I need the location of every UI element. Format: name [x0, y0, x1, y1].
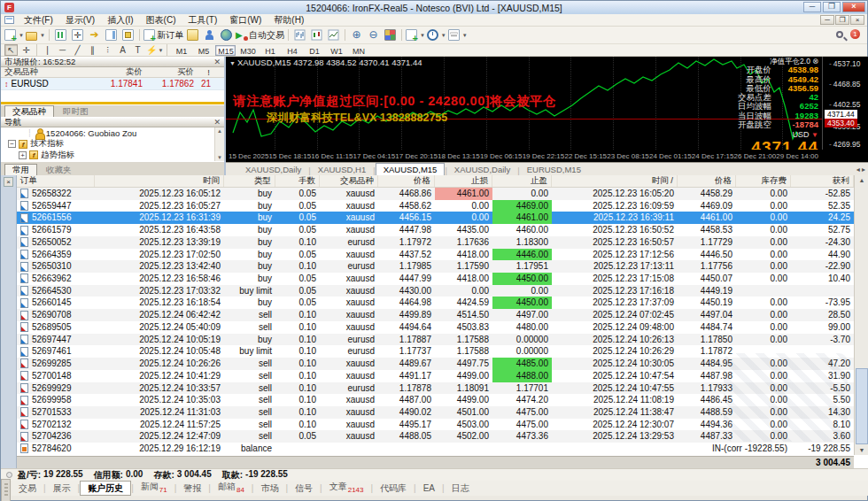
order-row-52699929[interactable]: 526999292025.12.24 10:33:57sell0.10eurus…: [17, 382, 854, 395]
crosshair-tool[interactable]: ✛: [19, 44, 33, 56]
navigator-button[interactable]: [219, 27, 234, 42]
child-restore-button[interactable]: ❐: [835, 15, 849, 25]
candlestick-button[interactable]: [309, 27, 324, 42]
chart-tab-4[interactable]: EURUSD,M15: [520, 164, 588, 175]
navigator-close-icon[interactable]: ✕: [213, 118, 221, 127]
bar-chart-button[interactable]: [292, 27, 307, 42]
new-order-button[interactable]: 新订单: [143, 27, 183, 42]
bottom-tab-4[interactable]: 警报: [176, 482, 208, 495]
order-row-52650310[interactable]: 526503102025.12.23 13:42:40buy0.10eurusd…: [17, 260, 854, 273]
orders-scrollbar[interactable]: ▲ ▼: [854, 175, 868, 455]
order-row-52650052[interactable]: 526500522025.12.23 13:39:19buy0.10eurusd…: [17, 236, 854, 249]
timeframe-m5[interactable]: M5: [193, 45, 213, 56]
bottom-tab-11[interactable]: 日志: [445, 482, 477, 495]
zoom-box-button[interactable]: [120, 27, 136, 42]
order-row-52658322[interactable]: 526583222025.12.23 16:05:12buy0.05xauusd…: [17, 188, 854, 200]
menu-item-5[interactable]: 窗口(W): [223, 14, 267, 27]
order-row-52660145[interactable]: 526601452025.12.23 16:18:54buy0.05xauusd…: [17, 297, 854, 309]
tab-favorites[interactable]: 收藏夹: [39, 165, 79, 175]
bottom-tab-5[interactable]: 邮箱84: [211, 480, 252, 497]
cursor-tool[interactable]: ↖: [4, 44, 18, 56]
zoom-in-button[interactable]: ⊕: [349, 27, 364, 42]
order-row-52704236[interactable]: 527042362025.12.24 12:47:09sell0.05xauus…: [17, 430, 854, 443]
navigator-scrollbar[interactable]: ▲▼: [214, 127, 224, 161]
timeframe-m1[interactable]: M1: [171, 45, 191, 56]
menu-item-2[interactable]: 插入(I): [101, 14, 139, 27]
bottom-tab-8[interactable]: 文章2143: [322, 480, 371, 497]
restore-button[interactable]: ❐: [823, 2, 841, 12]
market-watch-row-eurusd[interactable]: ↕EURUSD 1.17841 1.17862 21: [1, 78, 224, 90]
bottom-tab-7[interactable]: 信号: [288, 482, 320, 495]
order-row-52661556[interactable]: 526615562025.12.23 16:31:39buy0.05xauusd…: [17, 212, 854, 224]
terminal-button[interactable]: [185, 27, 200, 42]
column-ask[interactable]: 买价: [146, 66, 198, 78]
profiles-button[interactable]: ▼: [26, 27, 45, 42]
column-spread[interactable]: !: [198, 67, 213, 77]
order-row-52689505[interactable]: 526895052025.12.24 05:40:09sell0.10xauus…: [17, 321, 854, 334]
autotrade-button[interactable]: ▶自动交易: [236, 27, 284, 42]
close-button[interactable]: ×: [842, 2, 865, 12]
timeframe-d1[interactable]: D1: [304, 45, 324, 56]
menu-item-6[interactable]: 帮助(H): [267, 14, 310, 27]
chart-window-icon[interactable]: [4, 16, 14, 24]
channel-tool[interactable]: ∥: [86, 44, 99, 56]
timeframe-w1[interactable]: W1: [326, 45, 346, 56]
order-row-52697447[interactable]: 526974472025.12.24 10:05:19buy0.10eurusd…: [17, 334, 854, 346]
label-tool[interactable]: T: [131, 44, 144, 56]
order-row-52664530[interactable]: 526645302025.12.23 17:03:32buy limit0.05…: [17, 285, 854, 297]
price-scale[interactable]: 4371.44 4353.40 4537.104468.854402.55433…: [823, 57, 868, 162]
bottom-tab-10[interactable]: EA: [416, 482, 442, 495]
timeframe-h4[interactable]: H4: [282, 45, 302, 56]
tab-symbols[interactable]: 交易品种: [4, 105, 54, 117]
column-header[interactable]: 止损: [435, 175, 492, 187]
child-close-button[interactable]: ×: [850, 15, 864, 25]
tab-scroll-arrows[interactable]: ◂ ▸: [856, 166, 865, 173]
tick-chart-button[interactable]: [53, 27, 68, 42]
time-axis[interactable]: 15 Dec 202515 Dec 18:1516 Dec 11:1517 De…: [226, 150, 821, 162]
order-row-52690708[interactable]: 526907082025.12.24 06:42:42sell0.10xauus…: [17, 309, 854, 321]
tree-item-indicators[interactable]: − f 技术指标: [1, 139, 224, 150]
timeframe-mn[interactable]: MN: [348, 45, 368, 56]
column-header[interactable]: 时间 /: [552, 175, 678, 187]
market-watch-close-icon[interactable]: ✕: [213, 58, 221, 66]
column-header[interactable]: 价格: [378, 175, 435, 187]
bottom-tab-3[interactable]: 新闻71: [134, 480, 174, 497]
panel-close-icon[interactable]: ×: [4, 177, 13, 187]
dock-grip[interactable]: [1, 479, 11, 501]
menu-item-4[interactable]: 工具(T): [182, 14, 223, 27]
bottom-tab-1[interactable]: 展示: [46, 482, 78, 495]
tab-common[interactable]: 常用: [4, 164, 37, 175]
arrows-tool[interactable]: ⚡▼: [146, 44, 163, 56]
line-chart-button[interactable]: [326, 27, 341, 42]
tab-tick-chart[interactable]: 即时图: [56, 106, 96, 117]
order-row-52702132[interactable]: 527021322025.12.24 11:57:25sell0.10xauus…: [17, 419, 854, 431]
fibonacci-tool[interactable]: ⫶: [101, 44, 114, 56]
indicators-button[interactable]: ▼: [406, 27, 425, 42]
scroll-down-icon[interactable]: ▼: [855, 447, 868, 453]
timeframe-h1[interactable]: H1: [260, 45, 280, 56]
notification-icon[interactable]: 1: [850, 29, 860, 39]
chart-tab-3[interactable]: XAUUSD,Daily: [447, 164, 517, 175]
child-minimize-button[interactable]: ─: [820, 15, 834, 25]
order-row-52661579[interactable]: 526615792025.12.23 16:43:58buy0.05xauusd…: [17, 224, 854, 236]
periods-button[interactable]: ▼: [427, 27, 446, 42]
zoom-out-button[interactable]: ⊖: [366, 27, 381, 42]
order-row-52701533[interactable]: 527015332025.12.24 11:31:03sell0.10xauus…: [17, 406, 854, 419]
column-header[interactable]: 止盈: [492, 175, 552, 187]
templates-button[interactable]: ▼: [448, 27, 468, 42]
column-header[interactable]: 价格: [678, 175, 736, 187]
chart-plot[interactable]: ▼XAUUSD,M15 4372.98 4384.52 4370.41 4371…: [226, 57, 823, 150]
horizontal-line-tool[interactable]: ─: [56, 44, 69, 56]
minimize-button[interactable]: ─: [803, 2, 821, 12]
collapse-icon[interactable]: −: [8, 140, 16, 148]
order-row-52784620[interactable]: 527846202025.12.29 16:12:19balanceIN-(co…: [17, 443, 854, 455]
text-tool[interactable]: A: [116, 44, 129, 56]
bottom-tab-9[interactable]: 代码库: [373, 482, 414, 495]
tree-item-account[interactable]: ┊ 15204066: Guobiao Zou: [1, 127, 224, 139]
order-row-52663962[interactable]: 526639622025.12.23 16:58:46buy0.05xauusd…: [17, 273, 854, 285]
chart-shift-button[interactable]: [104, 27, 119, 42]
column-header[interactable]: 库存费: [736, 175, 791, 187]
autoscroll-button[interactable]: ➔: [87, 27, 102, 42]
tile-windows-button[interactable]: [383, 27, 398, 42]
market-watch-button[interactable]: [202, 27, 217, 42]
